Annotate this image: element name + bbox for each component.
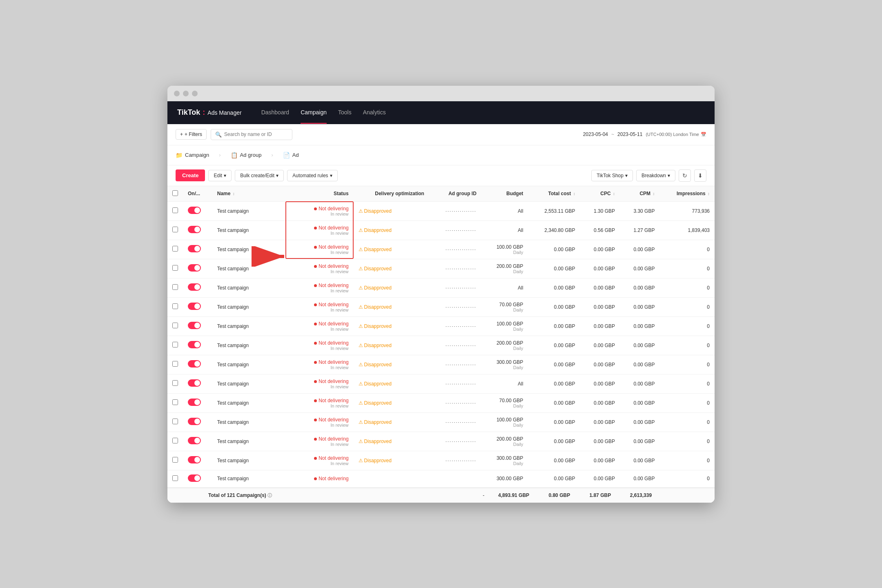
row-checkbox[interactable] (172, 284, 178, 290)
row-checkbox[interactable] (172, 438, 178, 443)
row-toggle[interactable] (188, 399, 201, 406)
nav-items: Dashboard Campaign Tools Analytics (261, 102, 386, 124)
row-cpm-cell: 0.00 GBP (620, 336, 659, 355)
row-checkbox-cell (167, 297, 183, 316)
nav-analytics[interactable]: Analytics (363, 102, 386, 124)
date-start[interactable]: 2023-05-04 (583, 131, 608, 137)
row-cpc-cell: 0.00 GBP (580, 412, 620, 432)
row-budget-cell: 300.00 GBPDaily (481, 451, 528, 470)
th-cpc: CPC ↕ (580, 186, 620, 202)
row-total-cost-cell: 2,340.80 GBP (528, 220, 580, 240)
row-toggle-cell (183, 393, 212, 412)
refresh-button[interactable]: ↻ (679, 169, 691, 182)
row-checkbox[interactable] (172, 399, 178, 405)
bulk-create-button[interactable]: Bulk create/Edit ▾ (235, 170, 284, 181)
row-delivery-cell: ⚠ Disapproved (354, 393, 429, 412)
row-budget-cell: 200.00 GBPDaily (481, 259, 528, 278)
ad-tab-icon: 📄 (283, 152, 290, 158)
refresh-icon: ↻ (682, 172, 687, 179)
tab-campaign[interactable]: 📁 Campaign (176, 149, 217, 161)
footer-budget: - (439, 492, 484, 498)
nav-tools[interactable]: Tools (338, 102, 352, 124)
row-toggle[interactable] (188, 322, 201, 329)
row-name: Test campaign (217, 362, 249, 368)
date-end[interactable]: 2023-05-11 (617, 131, 642, 137)
row-toggle[interactable] (188, 207, 201, 214)
row-toggle[interactable] (188, 264, 201, 272)
table-row: Test campaign Not deliveringIn review ⚠ … (167, 316, 715, 336)
row-status-cell: Not delivering (285, 470, 354, 487)
row-name-cell: Test campaign (212, 374, 285, 393)
create-button[interactable]: Create (176, 169, 205, 181)
row-toggle[interactable] (188, 474, 201, 482)
row-checkbox[interactable] (172, 207, 178, 213)
search-box[interactable]: 🔍 (211, 129, 292, 140)
table-row: Test campaign Not deliveringIn review ⚠ … (167, 355, 715, 374)
row-toggle[interactable] (188, 379, 201, 387)
tiktok-shop-button[interactable]: TikTok Shop ▾ (591, 170, 633, 181)
row-impressions-cell: 0 (659, 297, 715, 316)
table-row: Test campaign Not deliveringIn review ⚠ … (167, 278, 715, 297)
row-toggle-cell (183, 336, 212, 355)
row-total-cost-cell: 0.00 GBP (528, 470, 580, 487)
select-all-checkbox[interactable] (172, 190, 178, 196)
row-delivery-cell: ⚠ Disapproved (354, 355, 429, 374)
filters-label: + Filters (185, 131, 202, 137)
row-checkbox[interactable] (172, 475, 178, 481)
row-checkbox[interactable] (172, 303, 178, 309)
row-total-cost-cell: 0.00 GBP (528, 355, 580, 374)
row-name-cell: Test campaign (212, 355, 285, 374)
tab-ad[interactable]: 📄 Ad (275, 149, 307, 161)
row-cpm-cell: 3.30 GBP (620, 201, 659, 220)
row-status-cell: Not deliveringIn review (285, 278, 354, 297)
row-toggle-cell (183, 432, 212, 451)
row-checkbox[interactable] (172, 342, 178, 347)
row-id-cell: ··············· (429, 259, 481, 278)
row-toggle[interactable] (188, 418, 201, 425)
row-toggle[interactable] (188, 303, 201, 310)
row-total-cost-cell: 0.00 GBP (528, 451, 580, 470)
row-toggle-cell (183, 470, 212, 487)
row-toggle-cell (183, 278, 212, 297)
filters-button[interactable]: + + Filters (176, 129, 207, 140)
row-impressions-cell: 0 (659, 432, 715, 451)
edit-button[interactable]: Edit ▾ (208, 170, 232, 181)
row-cpm-cell: 0.00 GBP (620, 316, 659, 336)
tab-adgroup[interactable]: 📋 Ad group (223, 149, 270, 161)
row-toggle[interactable] (188, 283, 201, 291)
search-input[interactable] (224, 131, 288, 137)
footer-cpc: 0.80 GBP (529, 492, 570, 498)
row-checkbox[interactable] (172, 361, 178, 367)
row-checkbox[interactable] (172, 457, 178, 463)
row-checkbox[interactable] (172, 380, 178, 386)
row-toggle[interactable] (188, 226, 201, 233)
row-toggle[interactable] (188, 245, 201, 252)
row-checkbox[interactable] (172, 323, 178, 328)
row-toggle[interactable] (188, 341, 201, 348)
row-cpm-cell: 0.00 GBP (620, 259, 659, 278)
row-cpm-cell: 0.00 GBP (620, 278, 659, 297)
th-delivery: Delivery optimization (354, 186, 429, 202)
row-checkbox[interactable] (172, 265, 178, 271)
breakdown-button[interactable]: Breakdown ▾ (636, 170, 675, 181)
row-checkbox-cell (167, 355, 183, 374)
download-button[interactable]: ⬇ (694, 169, 706, 182)
row-checkbox[interactable] (172, 227, 178, 232)
nav-campaign[interactable]: Campaign (301, 102, 327, 124)
automated-rules-button[interactable]: Automated rules ▾ (287, 170, 337, 181)
row-checkbox[interactable] (172, 246, 178, 252)
row-checkbox-cell (167, 336, 183, 355)
row-impressions-cell: 0 (659, 355, 715, 374)
tab-campaign-label: Campaign (185, 152, 209, 158)
row-toggle[interactable] (188, 437, 201, 444)
row-id-cell: ··············· (429, 336, 481, 355)
automated-rules-chevron-icon: ▾ (330, 173, 332, 178)
row-toggle[interactable] (188, 360, 201, 368)
tab-separator-2: › (271, 152, 273, 158)
row-checkbox[interactable] (172, 419, 178, 424)
nav-dashboard[interactable]: Dashboard (261, 102, 290, 124)
table-row: Test campaign Not deliveringIn review ⚠ … (167, 297, 715, 316)
browser-dot-yellow (183, 91, 189, 96)
timezone-text: (UTC+00:00) London Time (646, 132, 699, 137)
row-toggle[interactable] (188, 456, 201, 463)
